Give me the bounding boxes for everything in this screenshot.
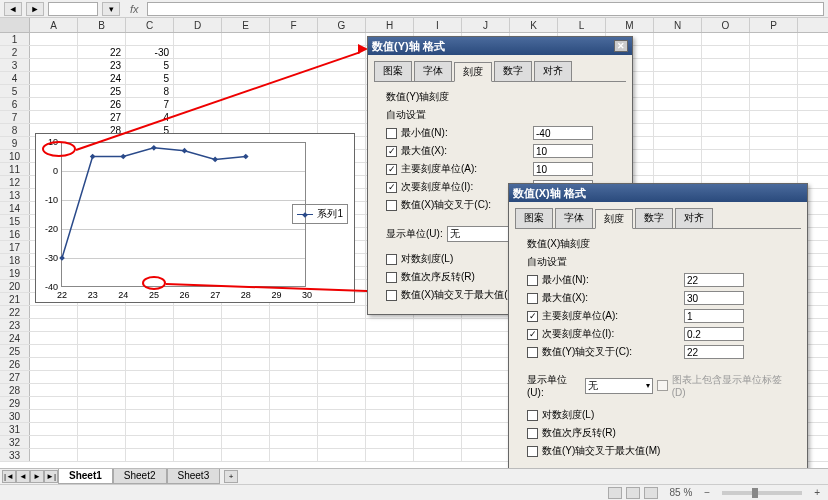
fx-icon[interactable]: fx xyxy=(130,3,139,15)
cell[interactable] xyxy=(222,423,270,435)
cell[interactable] xyxy=(30,85,78,97)
cell[interactable] xyxy=(78,345,126,357)
cell[interactable] xyxy=(126,319,174,331)
cell[interactable] xyxy=(174,332,222,344)
cell[interactable]: 26 xyxy=(78,98,126,110)
cell[interactable] xyxy=(270,46,318,58)
cell[interactable] xyxy=(126,306,174,318)
cell[interactable] xyxy=(222,111,270,123)
tab-图案[interactable]: 图案 xyxy=(515,208,553,228)
cell[interactable] xyxy=(366,397,414,409)
cell[interactable] xyxy=(462,358,510,370)
cell[interactable] xyxy=(222,345,270,357)
cell[interactable] xyxy=(174,319,222,331)
cell[interactable] xyxy=(702,163,750,175)
cell[interactable] xyxy=(462,410,510,422)
cell[interactable] xyxy=(462,345,510,357)
cell[interactable] xyxy=(750,59,798,71)
checkbox-max[interactable] xyxy=(386,146,397,157)
checkbox-minor[interactable] xyxy=(527,329,538,340)
cell[interactable] xyxy=(702,137,750,149)
cell[interactable] xyxy=(222,410,270,422)
cell[interactable] xyxy=(222,384,270,396)
tab-数字[interactable]: 数字 xyxy=(635,208,673,228)
cell[interactable] xyxy=(126,33,174,45)
select-all-corner[interactable] xyxy=(0,18,30,32)
cell[interactable] xyxy=(270,345,318,357)
cell[interactable] xyxy=(222,59,270,71)
cell[interactable] xyxy=(366,436,414,448)
row-header[interactable]: 22 xyxy=(0,306,30,318)
col-header-B[interactable]: B xyxy=(78,18,126,32)
cell[interactable] xyxy=(174,436,222,448)
row-header[interactable]: 21 xyxy=(0,293,30,305)
cell[interactable] xyxy=(414,436,462,448)
cell[interactable] xyxy=(366,345,414,357)
cell[interactable] xyxy=(270,33,318,45)
col-header-K[interactable]: K xyxy=(510,18,558,32)
dialog-x-titlebar[interactable]: 数值(X)轴 格式 xyxy=(509,184,807,202)
tab-数字[interactable]: 数字 xyxy=(494,61,532,81)
tab-字体[interactable]: 字体 xyxy=(555,208,593,228)
view-pagebreak-icon[interactable] xyxy=(644,487,658,499)
cell[interactable] xyxy=(414,345,462,357)
row-header[interactable]: 25 xyxy=(0,345,30,357)
cell[interactable] xyxy=(318,85,366,97)
row-header[interactable]: 27 xyxy=(0,371,30,383)
cell[interactable] xyxy=(654,85,702,97)
cell[interactable] xyxy=(366,423,414,435)
cell[interactable] xyxy=(126,384,174,396)
cell[interactable] xyxy=(462,423,510,435)
cell[interactable] xyxy=(270,332,318,344)
input-max[interactable] xyxy=(684,291,744,305)
cell[interactable] xyxy=(174,46,222,58)
cell[interactable] xyxy=(702,33,750,45)
dialog-x-log-checkbox[interactable] xyxy=(527,410,538,421)
row-header[interactable]: 5 xyxy=(0,85,30,97)
cell[interactable] xyxy=(654,72,702,84)
cell[interactable] xyxy=(126,449,174,461)
sheet-tab-Sheet3[interactable]: Sheet3 xyxy=(167,469,221,484)
cell[interactable] xyxy=(270,306,318,318)
row-header[interactable]: 28 xyxy=(0,384,30,396)
cell[interactable] xyxy=(366,410,414,422)
cell[interactable] xyxy=(30,33,78,45)
cell[interactable] xyxy=(750,46,798,58)
col-header-E[interactable]: E xyxy=(222,18,270,32)
cell[interactable] xyxy=(78,410,126,422)
dialog-y-titlebar[interactable]: 数值(Y)轴 格式 ✕ xyxy=(368,37,632,55)
toolbar-next-icon[interactable]: ► xyxy=(26,2,44,16)
cell[interactable] xyxy=(30,436,78,448)
cell[interactable] xyxy=(30,98,78,110)
tab-图案[interactable]: 图案 xyxy=(374,61,412,81)
cell[interactable]: 8 xyxy=(126,85,174,97)
checkbox-minor[interactable] xyxy=(386,182,397,193)
cell[interactable] xyxy=(366,319,414,331)
cell[interactable] xyxy=(702,59,750,71)
cell[interactable] xyxy=(270,384,318,396)
col-header-J[interactable]: J xyxy=(462,18,510,32)
cell[interactable] xyxy=(654,111,702,123)
cell[interactable]: 5 xyxy=(126,59,174,71)
checkbox-min[interactable] xyxy=(386,128,397,139)
tab-字体[interactable]: 字体 xyxy=(414,61,452,81)
row-header[interactable]: 9 xyxy=(0,137,30,149)
cell[interactable] xyxy=(318,98,366,110)
cell[interactable] xyxy=(318,345,366,357)
cell[interactable] xyxy=(126,436,174,448)
cell[interactable] xyxy=(702,124,750,136)
cell[interactable] xyxy=(414,449,462,461)
col-header-N[interactable]: N xyxy=(654,18,702,32)
formula-input[interactable] xyxy=(147,2,824,16)
cell[interactable] xyxy=(414,410,462,422)
add-sheet-icon[interactable]: + xyxy=(224,470,238,483)
cell[interactable] xyxy=(750,33,798,45)
checkbox-max[interactable] xyxy=(527,293,538,304)
cell[interactable] xyxy=(30,59,78,71)
cell[interactable] xyxy=(462,332,510,344)
tab-刻度[interactable]: 刻度 xyxy=(454,62,492,82)
input-minor[interactable] xyxy=(684,327,744,341)
cell[interactable] xyxy=(30,423,78,435)
cell[interactable] xyxy=(318,410,366,422)
cell[interactable] xyxy=(414,332,462,344)
